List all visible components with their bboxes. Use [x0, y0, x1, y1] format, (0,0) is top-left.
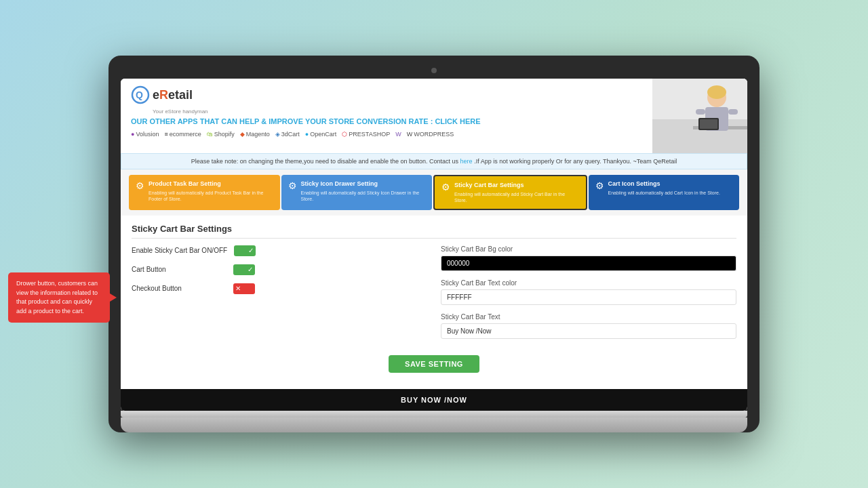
enable-toggle-check: ✓: [248, 247, 254, 254]
logo-brand: eRetail: [153, 88, 193, 102]
save-button[interactable]: SAVE SETTING: [389, 355, 479, 373]
enable-label: Enable Sticky Cart Bar ON/OFF: [132, 247, 227, 254]
laptop-base: [121, 418, 747, 432]
text-color-label: Sticky Cart Bar Text color: [441, 279, 736, 287]
notice-text: Please take note: on changing the theme,…: [191, 158, 460, 165]
checkout-toggle[interactable]: ✕: [233, 283, 255, 294]
header-person-svg: [652, 79, 747, 153]
tab-sticky-cart-bar-content: Sticky Cart Bar Settings Enabling will a…: [454, 182, 579, 203]
setting-row-checkout: Checkout Button ✕: [132, 283, 427, 294]
text-color-input[interactable]: [441, 289, 736, 305]
bg-color-field: Sticky Cart Bar Bg color: [441, 245, 736, 271]
logo-area: Q eRetail: [131, 85, 642, 104]
svg-rect-9: [728, 109, 738, 115]
setting-row-enable: Enable Sticky Cart Bar ON/OFF ✓: [132, 245, 427, 256]
laptop-camera: [431, 68, 437, 73]
settings-left: Enable Sticky Cart Bar ON/OFF ✓ Cart But…: [132, 245, 427, 347]
tooltip-arrow: [110, 293, 117, 302]
setting-row-cart: Cart Button ✓: [132, 264, 427, 275]
tab-sticky-icon-drawer-desc: Enabling will automatically add Sticky I…: [301, 190, 426, 202]
platform-opencart: ● OpenCart: [305, 131, 336, 138]
tab-product-task-bar-content: Product Task Bar Setting Enabling will a…: [149, 180, 273, 202]
app-content: Q eRetail Your eStore handyman OUR OTHER…: [121, 79, 747, 411]
bg-color-label: Sticky Cart Bar Bg color: [441, 245, 736, 253]
bar-text-field: Sticky Cart Bar Text: [441, 313, 736, 339]
tab-sticky-cart-bar-desc: Enabling will automatically add Sticky C…: [454, 191, 579, 203]
nav-tabs: ⚙ Product Task Bar Setting Enabling will…: [121, 169, 747, 216]
tab-sticky-icon-drawer-content: Sticky Icon Drawer Setting Enabling will…: [301, 180, 426, 202]
tab-sticky-cart-bar[interactable]: ⚙ Sticky Cart Bar Settings Enabling will…: [433, 175, 587, 210]
tooltip-text: Drower button, customers can view the in…: [16, 280, 98, 314]
section-title: Sticky Cart Bar Settings: [132, 224, 736, 239]
laptop-screen: Q eRetail Your eStore handyman OUR OTHER…: [121, 79, 747, 411]
notice-text-after: .If App is not working properly Or for a…: [474, 158, 677, 165]
enable-toggle[interactable]: ✓: [234, 245, 256, 256]
tab-product-task-bar-title: Product Task Bar Setting: [149, 180, 273, 188]
tab-sticky-icon-drawer-title: Sticky Icon Drawer Setting: [301, 180, 426, 188]
laptop-base-top: [121, 411, 747, 418]
main-content: Sticky Cart Bar Settings Enable Sticky C…: [121, 216, 747, 389]
checkout-toggle-x: ✕: [235, 285, 241, 292]
cart-toggle-check: ✓: [248, 266, 253, 273]
notice-link[interactable]: here: [460, 158, 473, 165]
header-section: Q eRetail Your eStore handyman OUR OTHER…: [121, 79, 747, 153]
tab-cart-icon-title: Cart Icon Settings: [608, 180, 720, 188]
notice-bar: Please take note: on changing the theme,…: [121, 153, 747, 169]
promo-banner[interactable]: OUR OTHER APPS THAT CAN HELP & IMPROVE Y…: [131, 117, 642, 125]
tab-product-task-bar-icon: ⚙: [136, 180, 144, 191]
tab-product-task-bar-desc: Enabling will automatically add Product …: [149, 190, 273, 202]
cart-label: Cart Button: [132, 266, 226, 273]
platform-volusion: ● Volusion: [131, 131, 159, 138]
platform-magento: ◆ Magento: [240, 131, 270, 138]
tab-product-task-bar[interactable]: ⚙ Product Task Bar Setting Enabling will…: [129, 175, 280, 210]
svg-text:Q: Q: [136, 89, 143, 100]
settings-right: Sticky Cart Bar Bg color Sticky Cart Bar…: [441, 245, 736, 347]
tooltip-box: Drower button, customers can view the in…: [8, 272, 110, 323]
tab-cart-icon[interactable]: ⚙ Cart Icon Settings Enabling will autom…: [589, 175, 740, 210]
tab-sticky-cart-bar-icon: ⚙: [441, 182, 450, 192]
svg-rect-11: [700, 119, 717, 129]
svg-rect-8: [696, 109, 705, 115]
header-left: Q eRetail Your eStore handyman OUR OTHER…: [121, 79, 652, 153]
tab-sticky-icon-drawer[interactable]: ⚙ Sticky Icon Drawer Setting Enabling wi…: [281, 175, 433, 210]
buy-now-bar[interactable]: BUY NOW /NOW: [121, 389, 747, 411]
logo-icon: Q: [131, 85, 150, 104]
platform-shopify: 🛍 Shopify: [207, 131, 235, 138]
settings-grid: Enable Sticky Cart Bar ON/OFF ✓ Cart But…: [132, 245, 736, 347]
platforms: ● Volusion ≡ ecommerce 🛍 Shopify: [131, 131, 642, 138]
bar-text-label: Sticky Cart Bar Text: [441, 313, 736, 321]
logo-subtitle: Your eStore handyman: [153, 108, 642, 115]
text-color-field: Sticky Cart Bar Text color: [441, 279, 736, 305]
tab-sticky-cart-bar-title: Sticky Cart Bar Settings: [454, 182, 579, 190]
header-image: [652, 79, 747, 153]
bg-color-input[interactable]: [441, 256, 736, 271]
platform-3dcart: ◈ 3dCart: [275, 131, 300, 138]
tab-cart-icon-desc: Enabling will automatically add Cart Ico…: [608, 190, 720, 196]
cart-toggle[interactable]: ✓: [233, 264, 255, 275]
platform-woocommerce: W: [395, 131, 401, 138]
checkout-label: Checkout Button: [132, 285, 226, 292]
platform-wordpress: W WORDPRESS: [407, 131, 454, 138]
platform-prestashop: ⬡ PRESTASHOP: [342, 131, 390, 138]
tab-cart-icon-icon: ⚙: [595, 180, 604, 191]
bar-text-input[interactable]: [441, 323, 736, 339]
laptop-frame: Q eRetail Your eStore handyman OUR OTHER…: [108, 56, 760, 432]
svg-point-6: [707, 85, 726, 99]
platform-ecommerce: ≡ ecommerce: [164, 131, 201, 138]
tab-sticky-icon-drawer-icon: ⚙: [288, 180, 297, 191]
tab-cart-icon-content: Cart Icon Settings Enabling will automat…: [608, 180, 720, 196]
